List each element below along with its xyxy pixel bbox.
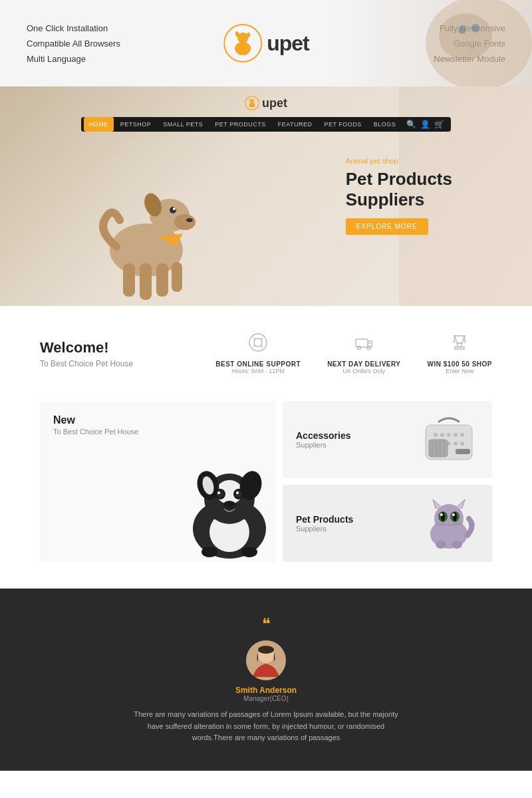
svg-point-87 (452, 541, 462, 549)
welcome-text: Welcome! To Best Choice Pet House (40, 339, 133, 368)
search-icon[interactable]: 🔍 (406, 120, 416, 129)
accessories-text: Accessories Suppliers (296, 430, 351, 449)
svg-point-31 (358, 346, 361, 350)
user-icon[interactable]: 👤 (420, 120, 430, 129)
grid-left-card: New To Best Choice Pet House (40, 401, 276, 562)
hero-content: Animal pet shop Pet Products Suppliers E… (346, 157, 452, 235)
svg-point-62 (460, 442, 464, 446)
pet-products-subtitle: Suppliers (296, 525, 353, 533)
svg-point-38 (241, 547, 257, 557)
svg-point-56 (454, 433, 458, 437)
svg-point-46 (217, 491, 220, 494)
svg-point-48 (235, 491, 242, 497)
logo-text: upet (267, 31, 309, 56)
nav-pet-products[interactable]: PET PRODUCTS (209, 117, 271, 132)
feature-delivery: NEXT DAY DELIVERY UK Orders Only (327, 332, 400, 374)
feature-support-title: BEST ONLINE SUPPORT (215, 360, 301, 368)
svg-point-51 (225, 501, 234, 507)
support-icon (215, 332, 301, 356)
svg-point-45 (217, 491, 223, 497)
grid-right-col: Accessories Suppliers (283, 401, 492, 562)
svg-point-10 (243, 47, 247, 55)
svg-point-86 (436, 541, 446, 549)
nav-small-pets[interactable]: SMALL PETS (158, 117, 208, 132)
feature-win-sub: Enter Now (428, 368, 492, 374)
svg-point-1 (439, 13, 492, 60)
win-icon (428, 332, 492, 356)
svg-rect-17 (140, 263, 152, 300)
carrier-illustration (419, 412, 479, 467)
svg-point-54 (440, 433, 444, 437)
svg-point-57 (460, 433, 464, 437)
accessories-title: Accessories (296, 430, 351, 441)
nav-blogs[interactable]: BLOGS (368, 117, 402, 132)
svg-point-32 (367, 346, 370, 350)
svg-rect-68 (456, 449, 470, 454)
feature-win: WIN $100 50 SHOP Enter Now (428, 332, 492, 374)
feature-support-sub: Hours: 8AM - 11PM (215, 368, 301, 374)
pet-products-title: Pet Products (296, 514, 353, 525)
grid-new-subtitle: To Best Choice Pet House (53, 428, 138, 436)
mini-nav[interactable]: HOME PETSHOP SMALL PETS PET PRODUCTS FEA… (81, 117, 452, 132)
mini-logo: upet (0, 92, 532, 114)
testimonial-section: ❝ Smith Anderson Manager(CEO) There are … (0, 589, 532, 771)
hero-cta-button[interactable]: EXPLORE MORE (346, 219, 428, 235)
pet-products-card: Pet Products Suppliers (283, 485, 492, 562)
hero-title: Pet Products Suppliers (346, 169, 452, 210)
grid-new-title: New (53, 414, 75, 426)
accessories-subtitle: Suppliers (296, 441, 351, 449)
cart-icon[interactable]: 🛒 (434, 120, 444, 129)
svg-point-22 (174, 214, 196, 230)
nav-home[interactable]: HOME (84, 117, 114, 132)
top-bar: One Click Installation Compatible All Br… (0, 0, 532, 86)
svg-point-2 (458, 26, 466, 34)
svg-rect-63 (429, 440, 448, 457)
svg-rect-33 (458, 343, 462, 347)
svg-rect-34 (455, 347, 464, 349)
puppy-illustration (170, 456, 276, 562)
svg-point-3 (471, 24, 479, 32)
svg-point-53 (434, 433, 438, 437)
author-title: Manager(CEO) (40, 695, 492, 702)
feature-delivery-sub: UK Orders Only (327, 368, 400, 374)
svg-point-5 (235, 42, 251, 55)
svg-rect-18 (156, 263, 168, 297)
svg-rect-30 (356, 339, 368, 347)
feature-delivery-title: NEXT DAY DELIVERY (327, 360, 400, 368)
svg-point-61 (454, 442, 458, 446)
svg-point-12 (249, 102, 255, 107)
quote-icon: ❝ (40, 615, 492, 634)
feature-support: BEST ONLINE SUPPORT Hours: 8AM - 11PM (215, 332, 301, 374)
logo-area: upet (223, 23, 309, 63)
svg-point-55 (447, 433, 451, 437)
avatar (246, 640, 286, 680)
mini-logo-text: upet (262, 96, 287, 110)
svg-rect-16 (123, 263, 135, 297)
testimonial-text: There are many variations of passages of… (133, 709, 399, 744)
nav-icons-group: 🔍 👤 🛒 (402, 117, 448, 132)
accessories-card: Accessories Suppliers (283, 401, 492, 478)
welcome-heading: Welcome! (40, 339, 133, 356)
svg-rect-19 (172, 262, 182, 292)
delivery-icon (327, 332, 400, 356)
feature-list: BEST ONLINE SUPPORT Hours: 8AM - 11PM NE… (160, 332, 492, 374)
nav-pet-foods[interactable]: PET FOODS (319, 117, 367, 132)
svg-point-77 (440, 513, 443, 516)
svg-point-90 (258, 646, 274, 654)
svg-point-9 (238, 47, 242, 55)
svg-point-80 (452, 513, 455, 516)
author-name: Smith Anderson (40, 686, 492, 695)
mini-navbar-wrapper: upet HOME PETSHOP SMALL PETS PET PRODUCT… (0, 86, 532, 132)
welcome-subtext: To Best Choice Pet House (40, 359, 133, 368)
svg-point-37 (201, 547, 217, 557)
kitten-illustration (419, 495, 479, 551)
top-category-section: Top Category Products CASES PETSPORT PET… (0, 771, 532, 798)
svg-point-26 (186, 218, 193, 222)
nav-petshop[interactable]: PETSHOP (115, 117, 157, 132)
hero-section: upet HOME PETSHOP SMALL PETS PET PRODUCT… (0, 86, 532, 306)
nav-featured[interactable]: FEATURED (273, 117, 318, 132)
grid-section: New To Best Choice Pet House (0, 401, 532, 589)
welcome-section: Welcome! To Best Choice Pet House BEST O… (0, 306, 532, 401)
feature-win-title: WIN $100 50 SHOP (428, 360, 492, 368)
pet-products-text: Pet Products Suppliers (296, 514, 353, 533)
